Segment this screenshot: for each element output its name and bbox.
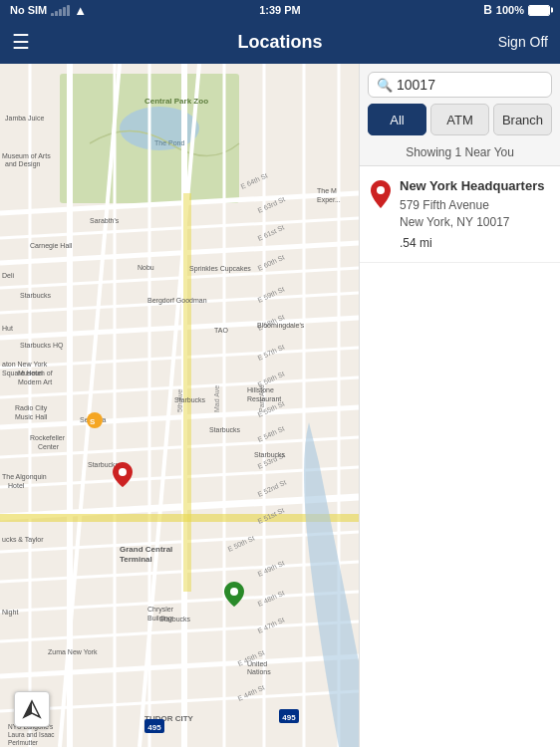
- svg-text:Terminal: Terminal: [120, 555, 152, 564]
- svg-text:Restaurant: Restaurant: [247, 395, 281, 402]
- filter-branch-button[interactable]: Branch: [493, 104, 552, 135]
- status-bar: No SIM ▲ 1:39 PM B 100%: [0, 0, 560, 20]
- svg-text:Hut: Hut: [2, 325, 13, 332]
- svg-text:Modern Art: Modern Art: [18, 378, 52, 385]
- svg-text:Starbucks: Starbucks: [254, 451, 286, 458]
- search-icon: 🔍: [377, 78, 393, 93]
- svg-text:Hotel: Hotel: [8, 482, 25, 489]
- svg-text:Starbucks: Starbucks: [20, 292, 52, 299]
- svg-text:The M: The M: [317, 187, 337, 194]
- svg-text:Central Park Zoo: Central Park Zoo: [144, 97, 208, 106]
- status-left: No SIM ▲: [10, 3, 87, 18]
- result-address: 579 Fifth Avenue New York, NY 10017: [400, 197, 550, 231]
- result-name: New York Headquarters: [400, 178, 550, 195]
- svg-text:and Design: and Design: [5, 160, 41, 168]
- svg-text:S: S: [90, 417, 96, 426]
- svg-text:495: 495: [147, 723, 161, 732]
- svg-text:The Algonquin: The Algonquin: [2, 473, 47, 481]
- svg-text:Carnegie Hall: Carnegie Hall: [30, 242, 73, 250]
- carrier-label: No SIM: [10, 4, 47, 16]
- svg-text:Starbucks HQ: Starbucks HQ: [20, 342, 64, 350]
- svg-text:Starbucks: Starbucks: [159, 616, 191, 622]
- right-panel: 🔍 All ATM Branch Showing 1 Near You New …: [359, 64, 560, 747]
- svg-text:Perlmutter: Perlmutter: [8, 739, 39, 746]
- main-layout: E 64th St E 63rd St E 61st St E 60th St …: [0, 64, 560, 747]
- svg-text:Music Hall: Music Hall: [15, 413, 48, 420]
- result-info: New York Headquarters 579 Fifth Avenue N…: [400, 178, 550, 250]
- svg-text:Deli: Deli: [2, 272, 15, 279]
- svg-text:Laura and Isaac: Laura and Isaac: [8, 731, 55, 738]
- result-distance: .54 mi: [400, 236, 550, 250]
- map-svg: E 64th St E 63rd St E 61st St E 60th St …: [0, 64, 359, 747]
- wifi-icon: ▲: [74, 3, 87, 18]
- page-title: Locations: [237, 32, 322, 53]
- svg-text:Museum of Arts: Museum of Arts: [2, 152, 51, 159]
- results-list: New York Headquarters 579 Fifth Avenue N…: [360, 166, 560, 747]
- svg-text:Hillstone: Hillstone: [247, 386, 274, 393]
- svg-point-110: [230, 588, 238, 596]
- svg-text:Sarabth's: Sarabth's: [90, 217, 120, 224]
- svg-text:Radio City: Radio City: [15, 404, 48, 412]
- map-area: E 64th St E 63rd St E 61st St E 60th St …: [0, 64, 359, 747]
- svg-point-109: [119, 468, 127, 476]
- svg-text:Nations: Nations: [247, 668, 271, 675]
- svg-point-115: [377, 186, 385, 194]
- svg-text:Starbucks: Starbucks: [174, 396, 206, 403]
- svg-text:Night: Night: [2, 609, 18, 617]
- svg-text:United: United: [247, 660, 267, 667]
- svg-text:Chrysler: Chrysler: [147, 606, 174, 614]
- svg-rect-32: [183, 193, 191, 592]
- result-item[interactable]: New York Headquarters 579 Fifth Avenue N…: [360, 166, 560, 263]
- svg-text:ucks & Taylor: ucks & Taylor: [2, 536, 44, 544]
- svg-text:TAO: TAO: [214, 327, 228, 334]
- battery-icon: [528, 5, 550, 16]
- svg-text:Bergdorf Goodman: Bergdorf Goodman: [147, 297, 207, 305]
- locate-button[interactable]: [14, 691, 50, 727]
- svg-text:Grand Central: Grand Central: [120, 545, 172, 554]
- filter-buttons: All ATM Branch: [360, 104, 560, 141]
- sign-off-button[interactable]: Sign Off: [498, 34, 548, 50]
- svg-text:Square Hotel: Square Hotel: [2, 370, 43, 377]
- svg-text:Bloomingdale's: Bloomingdale's: [257, 322, 305, 330]
- status-right: B 100%: [483, 3, 550, 17]
- search-container: 🔍: [360, 64, 560, 104]
- svg-text:Zuma New York: Zuma New York: [48, 648, 98, 655]
- menu-button[interactable]: ☰: [12, 30, 30, 54]
- svg-text:Nobu: Nobu: [138, 264, 154, 271]
- filter-atm-button[interactable]: ATM: [430, 104, 489, 135]
- svg-text:aton New York: aton New York: [2, 361, 48, 368]
- svg-text:Mad Ave: Mad Ave: [213, 385, 220, 412]
- svg-text:Sprinkles Cupcakes: Sprinkles Cupcakes: [189, 265, 251, 273]
- svg-text:Jamba Juice: Jamba Juice: [5, 115, 44, 122]
- svg-text:Rockefeller: Rockefeller: [30, 434, 66, 441]
- svg-text:The Pond: The Pond: [154, 139, 184, 146]
- nav-bar: ☰ Locations Sign Off: [0, 20, 560, 64]
- status-time: 1:39 PM: [259, 4, 301, 16]
- svg-text:Exper...: Exper...: [317, 196, 341, 204]
- showing-label: Showing 1 Near You: [360, 141, 560, 166]
- svg-rect-33: [0, 514, 359, 522]
- svg-text:Center: Center: [38, 443, 60, 450]
- svg-text:Starbucks: Starbucks: [209, 426, 241, 433]
- signal-icon: [51, 4, 70, 16]
- svg-text:495: 495: [282, 713, 296, 722]
- search-input[interactable]: [397, 77, 543, 93]
- result-pin-icon: [370, 180, 392, 208]
- bluetooth-icon: B: [483, 3, 492, 17]
- search-input-wrapper: 🔍: [368, 72, 552, 98]
- filter-all-button[interactable]: All: [368, 104, 426, 135]
- battery-percent-label: 100%: [496, 4, 524, 16]
